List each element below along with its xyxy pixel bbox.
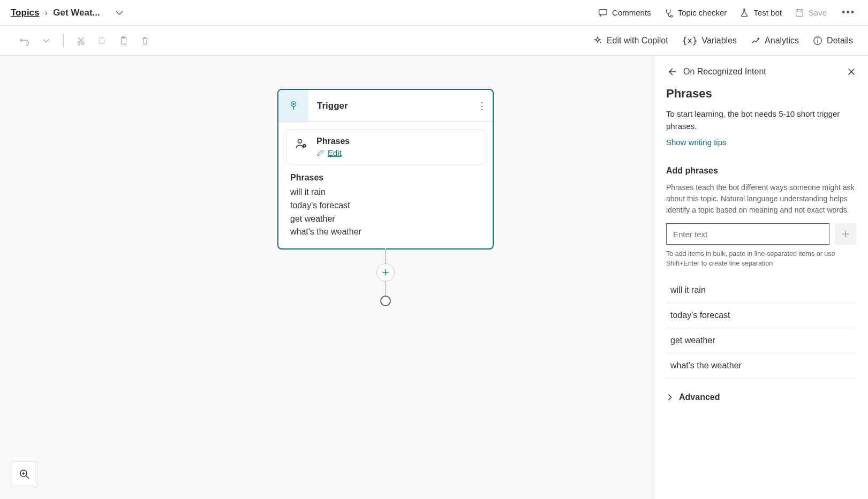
copy-button[interactable] [93, 31, 112, 50]
flask-icon [739, 8, 749, 18]
svg-rect-2 [796, 9, 803, 16]
add-phrase-button[interactable] [835, 223, 856, 245]
save-label: Save [809, 8, 827, 17]
variables-label: Variables [702, 36, 737, 46]
save-button[interactable]: Save [795, 8, 827, 18]
svg-rect-0 [599, 9, 607, 14]
undo-button[interactable] [15, 31, 34, 50]
bulk-hint: To add items in bulk, paste in line-sepa… [666, 249, 856, 268]
panel-intro: To start learning, the bot needs 5-10 sh… [666, 108, 856, 132]
phrases-card-body: Phrases Edit [316, 137, 350, 157]
comments-label: Comments [612, 8, 651, 17]
phrases-card-title: Phrases [316, 137, 350, 146]
phrase-input[interactable] [666, 223, 829, 245]
end-node[interactable] [380, 296, 391, 306]
connector-line-end [385, 281, 386, 297]
trigger-node-title: Trigger [308, 101, 471, 111]
comments-button[interactable]: Comments [598, 8, 651, 18]
authoring-canvas[interactable]: Trigger ⋮ Phrases Edit P [0, 56, 654, 499]
trigger-node[interactable]: Trigger ⋮ Phrases Edit P [277, 89, 494, 250]
cut-button[interactable] [71, 31, 90, 50]
stethoscope-icon [664, 8, 674, 18]
phrase-item: will it rain [290, 186, 481, 199]
svg-point-4 [78, 42, 80, 44]
sparkle-icon [593, 36, 602, 46]
edit-phrases-label: Edit [328, 148, 342, 157]
advanced-label: Advanced [679, 392, 720, 402]
breadcrumb-separator: › [45, 7, 48, 18]
breadcrumb-root[interactable]: Topics [11, 7, 40, 18]
add-phrase-row [666, 223, 856, 245]
svg-rect-6 [100, 37, 104, 43]
edit-copilot-button[interactable]: Edit with Copilot [593, 36, 668, 46]
delete-button[interactable] [135, 31, 155, 50]
details-label: Details [827, 36, 853, 46]
more-options-button[interactable]: ••• [840, 7, 857, 18]
test-bot-label: Test bot [753, 8, 782, 17]
panel-heading: Phrases [666, 87, 856, 101]
panel-header: On Recognized Intent [666, 66, 856, 77]
phrases-list: Phrases will it rain today's forecast ge… [278, 172, 493, 248]
toolbar-divider [63, 33, 64, 48]
svg-point-11 [817, 38, 818, 39]
details-button[interactable]: Details [813, 36, 853, 46]
add-node-button[interactable]: + [376, 263, 395, 282]
panel-crumb: On Recognized Intent [683, 67, 766, 77]
svg-rect-3 [797, 9, 801, 12]
svg-point-5 [81, 42, 84, 44]
paste-button[interactable] [114, 31, 133, 50]
chevron-down-icon[interactable] [115, 9, 124, 17]
undo-dropdown-button[interactable] [36, 31, 56, 50]
info-icon [813, 36, 822, 46]
comment-icon [598, 8, 608, 18]
svg-point-13 [292, 103, 295, 105]
breadcrumb: Topics › Get Weat... [11, 7, 124, 18]
variables-button[interactable]: {x} Variables [682, 35, 737, 46]
analytics-icon [751, 36, 760, 46]
pencil-icon [316, 149, 324, 157]
trigger-node-menu[interactable]: ⋮ [471, 100, 493, 112]
magnify-plus-icon [19, 469, 30, 480]
zoom-button[interactable] [12, 462, 37, 487]
test-bot-button[interactable]: Test bot [739, 8, 782, 18]
analytics-button[interactable]: Analytics [751, 36, 799, 46]
close-panel-button[interactable] [847, 67, 856, 77]
header-bar: Topics › Get Weat... Comments Topic chec… [0, 0, 868, 26]
phrase-item: get weather [290, 213, 481, 226]
panel-phrase-item[interactable]: today's forecast [666, 303, 856, 328]
back-button[interactable] [666, 66, 677, 77]
advanced-section-toggle[interactable]: Advanced [666, 392, 856, 402]
editor-toolbar: Edit with Copilot {x} Variables Analytic… [0, 26, 868, 56]
writing-tips-link[interactable]: Show writing tips [666, 138, 727, 147]
trigger-node-header: Trigger ⋮ [278, 90, 493, 122]
variable-icon: {x} [682, 35, 698, 46]
phrases-card[interactable]: Phrases Edit [286, 130, 485, 164]
edit-phrases-link[interactable]: Edit [316, 148, 350, 157]
panel-phrase-item[interactable]: get weather [666, 328, 856, 353]
toolbar-left [15, 31, 155, 50]
panel-phrase-item[interactable]: will it rain [666, 278, 856, 303]
panel-phrase-item[interactable]: what's the weather [666, 353, 856, 379]
analytics-label: Analytics [765, 36, 799, 46]
header-actions: Comments Topic checker Test bot Save ••• [598, 7, 857, 18]
topic-checker-button[interactable]: Topic checker [664, 8, 727, 18]
phrases-list-title: Phrases [290, 173, 481, 183]
add-phrases-heading: Add phrases [666, 166, 856, 176]
topic-checker-label: Topic checker [678, 8, 727, 17]
add-phrases-hint: Phrases teach the bot different ways som… [666, 182, 856, 216]
properties-panel: On Recognized Intent Phrases To start le… [654, 56, 868, 499]
svg-point-1 [670, 15, 673, 17]
breadcrumb-current: Get Weat... [53, 7, 100, 18]
phrase-item: what's the weather [290, 225, 481, 239]
chevron-right-icon [666, 394, 674, 401]
save-icon [795, 8, 804, 18]
phrase-item: today's forecast [290, 199, 481, 213]
svg-point-9 [600, 42, 601, 43]
person-voice-icon [294, 137, 308, 150]
svg-point-14 [298, 139, 301, 143]
trigger-icon [278, 90, 308, 122]
toolbar-right: Edit with Copilot {x} Variables Analytic… [593, 35, 853, 46]
edit-copilot-label: Edit with Copilot [607, 36, 668, 46]
main-area: Trigger ⋮ Phrases Edit P [0, 56, 868, 499]
